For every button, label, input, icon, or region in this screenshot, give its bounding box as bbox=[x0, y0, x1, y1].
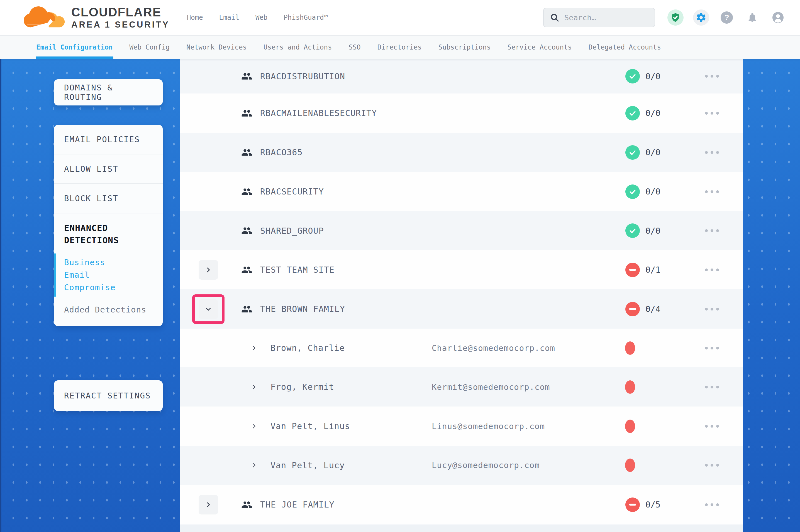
table-row: Van Pelt, Lucy Lucy@somedemocorp.com bbox=[180, 446, 743, 485]
row-menu-button[interactable] bbox=[701, 382, 723, 392]
sidebar-item-allow-list[interactable]: ALLOW LIST bbox=[54, 154, 163, 183]
member-count: 0/0 bbox=[646, 72, 660, 81]
top-header: CLOUDFLARE AREA 1 SECURITY Home Email We… bbox=[0, 0, 800, 36]
tab-network-devices[interactable]: Network Devices bbox=[186, 36, 247, 59]
chevron-right-icon[interactable] bbox=[251, 423, 257, 430]
table-row: THE JOE FAMILY 0/5 bbox=[180, 485, 743, 525]
group-icon bbox=[241, 147, 252, 158]
sidebar-item-domains-routing[interactable]: DOMAINS & ROUTING bbox=[54, 79, 163, 106]
table-row: RBACSECURITY 0/0 bbox=[180, 172, 743, 211]
table-row: SHARED_GROUP 0/0 bbox=[180, 211, 743, 250]
search-box[interactable] bbox=[543, 8, 655, 27]
status-check-icon bbox=[625, 145, 640, 160]
search-input[interactable] bbox=[564, 13, 649, 22]
expand-row-button[interactable] bbox=[199, 260, 218, 280]
logo-sub-text: AREA 1 SECURITY bbox=[71, 20, 170, 30]
table-row: TEST TEAM SITE 0/1 bbox=[180, 250, 743, 289]
content-canvas: DOMAINS & ROUTING EMAIL POLICIES ALLOW L… bbox=[0, 59, 800, 532]
help-icon[interactable]: ? bbox=[719, 10, 735, 25]
status-check-icon bbox=[625, 224, 640, 238]
nav-home[interactable]: Home bbox=[187, 14, 203, 21]
groups-table: RBACDISTRUBUTION 0/0 RBACMAILENABLESECUR… bbox=[180, 59, 743, 532]
group-name: TEST TEAM SITE bbox=[260, 265, 334, 274]
chevron-right-icon bbox=[205, 501, 212, 508]
member-name: Brown, Charlie bbox=[271, 343, 345, 353]
nav-web[interactable]: Web bbox=[255, 14, 268, 21]
sidebar-item-block-list[interactable]: BLOCK LIST bbox=[54, 184, 163, 213]
tab-delegated-accounts[interactable]: Delegated Accounts bbox=[588, 36, 661, 59]
row-menu-button[interactable] bbox=[701, 225, 723, 236]
table-row: Van Pelt, Linus Linus@somedemocorp.com bbox=[180, 406, 743, 446]
nav-phishguard[interactable]: PhishGuard™ bbox=[284, 14, 328, 21]
group-icon bbox=[241, 71, 252, 82]
chevron-right-icon[interactable] bbox=[251, 462, 257, 469]
status-minus-icon bbox=[625, 302, 640, 316]
status-dot bbox=[625, 420, 635, 433]
search-icon bbox=[550, 13, 559, 22]
row-menu-button[interactable] bbox=[701, 186, 723, 197]
nav-email[interactable]: Email bbox=[219, 14, 239, 21]
member-count: 0/0 bbox=[646, 108, 660, 118]
row-menu-button[interactable] bbox=[701, 460, 723, 471]
chevron-right-icon bbox=[205, 266, 212, 273]
chevron-right-icon[interactable] bbox=[251, 345, 257, 352]
group-name: RBACDISTRUBUTION bbox=[260, 72, 345, 81]
sidebar-email-policies-card: EMAIL POLICIES ALLOW LIST BLOCK LIST ENH… bbox=[54, 125, 163, 326]
member-name: Frog, Kermit bbox=[271, 382, 334, 392]
status-dot bbox=[625, 341, 635, 355]
row-menu-button[interactable] bbox=[701, 421, 723, 432]
member-email: Lucy@somedemocorp.com bbox=[432, 460, 540, 470]
table-row: RBACDISTRUBUTION 0/0 bbox=[180, 59, 743, 94]
member-count: 0/0 bbox=[646, 187, 660, 196]
table-row: Brown, Charlie Charlie@somedemocorp.com bbox=[180, 329, 743, 367]
status-minus-icon bbox=[625, 497, 640, 512]
member-count: 0/1 bbox=[646, 265, 660, 274]
logo-brand-text: CLOUDFLARE bbox=[71, 5, 170, 19]
row-menu-button[interactable] bbox=[701, 343, 723, 354]
table-row: RBACMAILENABLESECURITY 0/0 bbox=[180, 94, 743, 133]
sidebar-item-business-email-compromise[interactable]: Business Email Compromise bbox=[54, 255, 146, 295]
active-tab-underline bbox=[36, 56, 113, 59]
tab-sso[interactable]: SSO bbox=[348, 36, 361, 59]
row-menu-button[interactable] bbox=[701, 71, 723, 81]
cloudflare-cloud-icon bbox=[20, 4, 68, 31]
group-name: SHARED_GROUP bbox=[260, 226, 324, 236]
row-menu-button[interactable] bbox=[701, 108, 723, 118]
sidebar-item-added-detections[interactable]: Added Detections bbox=[54, 305, 163, 315]
table-row: Frog, Kermit Kermit@somedemocorp.com bbox=[180, 367, 743, 406]
collapse-row-button[interactable] bbox=[199, 299, 218, 319]
tab-web-config[interactable]: Web Config bbox=[129, 36, 170, 59]
tab-service-accounts[interactable]: Service Accounts bbox=[508, 36, 572, 59]
row-menu-button[interactable] bbox=[701, 147, 723, 158]
table-row: RBACO365 0/0 bbox=[180, 133, 743, 172]
row-menu-button[interactable] bbox=[701, 265, 723, 275]
group-icon bbox=[241, 264, 252, 276]
tab-users-and-actions[interactable]: Users and Actions bbox=[263, 36, 332, 59]
gear-icon[interactable] bbox=[693, 10, 709, 25]
member-email: Kermit@somedemocorp.com bbox=[432, 382, 550, 392]
app-root: CLOUDFLARE AREA 1 SECURITY Home Email We… bbox=[0, 0, 800, 532]
tab-email-configuration[interactable]: Email Configuration bbox=[36, 36, 113, 59]
group-name: RBACSECURITY bbox=[260, 187, 324, 196]
row-menu-button[interactable] bbox=[701, 304, 723, 315]
member-email: Linus@somedemocorp.com bbox=[432, 421, 545, 431]
group-name: THE BROWN FAMILY bbox=[260, 304, 345, 314]
shield-check-icon[interactable] bbox=[668, 10, 684, 25]
member-name: Van Pelt, Linus bbox=[271, 421, 350, 431]
tab-subscriptions[interactable]: Subscriptions bbox=[438, 36, 491, 59]
chevron-right-icon[interactable] bbox=[251, 384, 257, 391]
group-icon bbox=[241, 304, 252, 315]
sidebar-item-email-policies[interactable]: EMAIL POLICIES bbox=[54, 125, 163, 154]
row-menu-button[interactable] bbox=[701, 499, 723, 510]
bell-icon[interactable] bbox=[744, 10, 761, 25]
tab-directories[interactable]: Directories bbox=[378, 36, 422, 59]
group-icon bbox=[241, 186, 252, 197]
status-check-icon bbox=[625, 69, 640, 83]
group-icon bbox=[241, 499, 252, 510]
cloudflare-logo[interactable]: CLOUDFLARE AREA 1 SECURITY bbox=[20, 4, 170, 31]
avatar-icon[interactable] bbox=[770, 10, 786, 25]
sidebar-item-retract-settings[interactable]: RETRACT SETTINGS bbox=[54, 380, 163, 411]
member-count: 0/4 bbox=[646, 304, 660, 314]
expand-row-button[interactable] bbox=[199, 495, 218, 514]
group-name: RBACO365 bbox=[260, 148, 303, 157]
